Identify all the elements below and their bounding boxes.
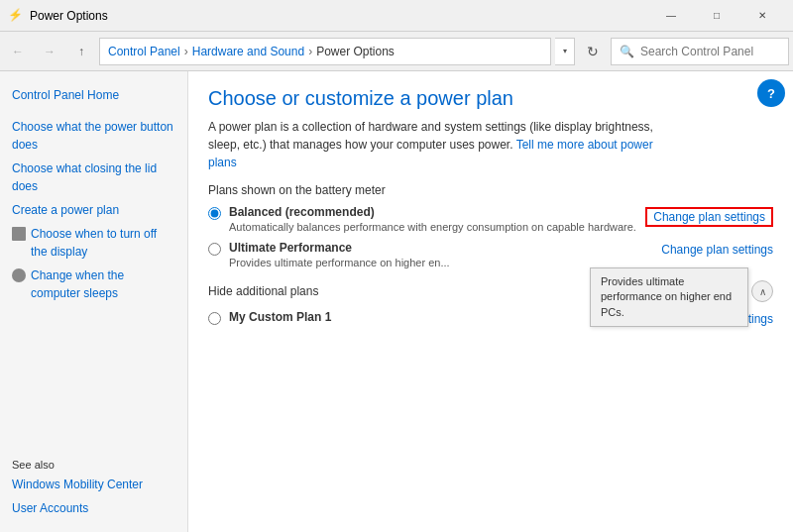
forward-button[interactable]: →: [36, 38, 63, 65]
ultimate-change-link[interactable]: Change plan settings: [661, 243, 773, 257]
close-button[interactable]: ✕: [739, 0, 785, 32]
balanced-plan-name: Balanced (recommended): [229, 205, 636, 219]
tooltip-text: Provides ultimate performance on higher …: [601, 275, 732, 318]
minimize-button[interactable]: —: [648, 0, 694, 32]
sidebar-item-choose-turn-off[interactable]: Choose when to turn off the display: [0, 222, 187, 264]
main-layout: Control Panel Home Choose what the power…: [0, 71, 793, 532]
sidebar-bottom: See also Windows Mobility Center User Ac…: [0, 439, 187, 520]
up-button[interactable]: ↑: [67, 38, 95, 65]
content-area: ? Choose or customize a power plan A pow…: [188, 71, 793, 532]
collapse-button[interactable]: ∧: [751, 280, 773, 302]
hide-plans-label: Hide additional plans: [208, 284, 318, 298]
custom-plan-name: My Custom Plan 1: [229, 310, 331, 324]
sidebar: Control Panel Home Choose what the power…: [0, 71, 188, 532]
balanced-change-link[interactable]: Change plan settings: [645, 207, 773, 227]
breadcrumb-dropdown[interactable]: ▾: [555, 38, 575, 65]
sidebar-item-create-power-plan[interactable]: Create a power plan: [0, 198, 187, 222]
plan-row-ultimate: Ultimate Performance Provides ultimate p…: [208, 241, 773, 268]
sidebar-item-user-accounts[interactable]: User Accounts: [0, 496, 187, 520]
moon-icon: [12, 268, 26, 282]
breadcrumb-control-panel[interactable]: Control Panel: [108, 45, 180, 58]
title-bar-controls: — □ ✕: [648, 0, 785, 32]
page-desc: A power plan is a collection of hardware…: [208, 118, 684, 171]
sidebar-item-change-sleeps[interactable]: Change when the computer sleeps: [0, 264, 187, 305]
back-button[interactable]: ←: [4, 38, 32, 65]
monitor-icon: [12, 227, 26, 241]
balanced-radio[interactable]: [208, 207, 221, 220]
custom-plan-radio[interactable]: [208, 312, 221, 325]
balanced-plan-desc: Automatically balances performance with …: [229, 221, 636, 233]
title-bar-icon: ⚡: [8, 8, 24, 24]
breadcrumb: Control Panel › Hardware and Sound › Pow…: [99, 38, 551, 65]
tooltip-box: Provides ultimate performance on higher …: [590, 267, 748, 327]
see-also-title: See also: [0, 459, 187, 473]
breadcrumb-power-options: Power Options: [316, 45, 395, 58]
address-bar: ← → ↑ Control Panel › Hardware and Sound…: [0, 32, 793, 71]
page-title: Choose or customize a power plan: [208, 87, 773, 110]
title-bar-title: Power Options: [30, 9, 648, 23]
ultimate-plan-desc: Provides ultimate performance on higher …: [229, 257, 450, 268]
search-box: 🔍: [611, 38, 789, 65]
ultimate-plan-name: Ultimate Performance: [229, 241, 450, 255]
ultimate-radio[interactable]: [208, 243, 221, 256]
plan-row-balanced: Balanced (recommended) Automatically bal…: [208, 205, 773, 233]
title-bar: ⚡ Power Options — □ ✕: [0, 0, 793, 32]
sidebar-item-windows-mobility[interactable]: Windows Mobility Center: [0, 473, 187, 496]
sidebar-item-choose-closing-lid[interactable]: Choose what closing the lid does: [0, 157, 187, 198]
search-icon: 🔍: [620, 45, 634, 58]
sidebar-item-choose-power-button[interactable]: Choose what the power button does: [0, 115, 187, 157]
section-label: Plans shown on the battery meter: [208, 183, 773, 197]
breadcrumb-hardware-sound[interactable]: Hardware and Sound: [192, 45, 304, 58]
help-button[interactable]: ?: [757, 79, 785, 107]
sidebar-item-home[interactable]: Control Panel Home: [0, 83, 187, 107]
refresh-button[interactable]: ↻: [579, 38, 607, 65]
maximize-button[interactable]: □: [694, 0, 739, 32]
search-input[interactable]: [640, 45, 789, 58]
